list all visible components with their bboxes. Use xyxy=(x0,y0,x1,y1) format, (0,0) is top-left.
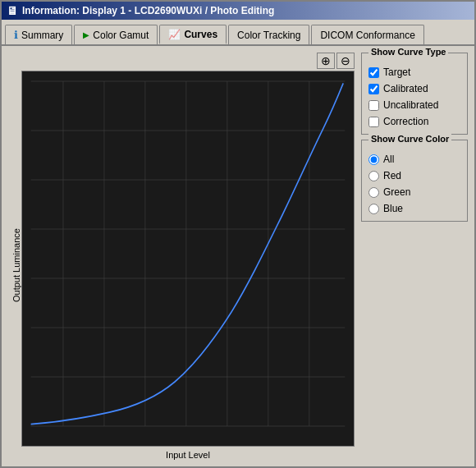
show-curve-type-title: Show Curve Type xyxy=(368,47,448,57)
tab-curves[interactable]: 📈 Curves xyxy=(159,25,227,44)
target-checkbox[interactable] xyxy=(368,67,379,78)
chart-canvas xyxy=(21,71,355,447)
chart-wrapper: Output Luminance xyxy=(8,71,355,460)
title-bar: 🖥 Information: Display 1 - LCD2690WUXi /… xyxy=(2,2,474,20)
summary-tab-label: Summary xyxy=(21,30,63,41)
content-area: ⊕ ⊖ Output Luminance xyxy=(2,46,474,466)
correction-label: Correction xyxy=(383,116,428,127)
target-label: Target xyxy=(383,67,410,78)
uncalibrated-checkbox[interactable] xyxy=(368,100,379,111)
summary-tab-icon: ℹ xyxy=(14,29,18,41)
tab-color-gamut[interactable]: ▶ Color Gamut xyxy=(74,25,158,44)
green-radio[interactable] xyxy=(368,187,379,198)
correction-checkbox[interactable] xyxy=(368,117,379,127)
tab-dicom[interactable]: DICOM Conformance xyxy=(311,25,423,44)
chart-toolbar: ⊕ ⊖ xyxy=(8,53,355,69)
y-axis-label: Output Luminance xyxy=(8,71,21,460)
red-label: Red xyxy=(383,170,401,181)
radio-all: All xyxy=(368,154,460,165)
curves-tab-label: Curves xyxy=(184,29,217,40)
show-curve-type-group: Show Curve Type Target Calibrated Uncali… xyxy=(361,53,468,135)
curves-tab-icon: 📈 xyxy=(168,29,181,40)
tab-summary[interactable]: ℹ Summary xyxy=(5,25,72,44)
radio-green: Green xyxy=(368,186,460,198)
chart-svg xyxy=(22,71,354,446)
zoom-out-button[interactable]: ⊖ xyxy=(336,53,355,69)
radio-red: Red xyxy=(368,170,460,181)
checkbox-calibrated: Calibrated xyxy=(368,83,460,94)
right-panel: Show Curve Type Target Calibrated Uncali… xyxy=(361,53,468,460)
color-gamut-tab-icon: ▶ xyxy=(83,30,89,39)
tab-bar: ℹ Summary ▶ Color Gamut 📈 Curves Color T… xyxy=(2,20,474,46)
checkbox-target: Target xyxy=(368,67,460,78)
chart-with-xlabel: Input Level xyxy=(21,71,355,460)
radio-blue: Blue xyxy=(368,203,460,214)
dicom-tab-label: DICOM Conformance xyxy=(320,30,414,41)
tab-color-tracking[interactable]: Color Tracking xyxy=(228,25,309,44)
green-label: Green xyxy=(383,186,410,198)
all-label: All xyxy=(383,154,394,165)
uncalibrated-label: Uncalibrated xyxy=(383,99,438,111)
blue-label: Blue xyxy=(383,203,403,214)
all-radio[interactable] xyxy=(368,154,379,165)
color-gamut-tab-label: Color Gamut xyxy=(93,30,149,41)
calibrated-label: Calibrated xyxy=(383,83,428,94)
chart-container: ⊕ ⊖ Output Luminance xyxy=(8,53,355,460)
blue-radio[interactable] xyxy=(368,204,379,214)
window-icon: 🖥 xyxy=(7,4,18,17)
red-radio[interactable] xyxy=(368,171,379,181)
color-tracking-tab-label: Color Tracking xyxy=(237,30,300,41)
window-title: Information: Display 1 - LCD2690WUXi / P… xyxy=(22,5,274,16)
checkbox-uncalibrated: Uncalibrated xyxy=(368,99,460,111)
calibrated-checkbox[interactable] xyxy=(368,84,379,94)
show-curve-color-group: Show Curve Color All Red Green Blue xyxy=(361,140,468,222)
show-curve-color-title: Show Curve Color xyxy=(368,134,451,144)
zoom-in-button[interactable]: ⊕ xyxy=(317,53,335,69)
x-axis-label: Input Level xyxy=(21,447,355,460)
main-window: 🖥 Information: Display 1 - LCD2690WUXi /… xyxy=(0,0,476,468)
checkbox-correction: Correction xyxy=(368,116,460,127)
